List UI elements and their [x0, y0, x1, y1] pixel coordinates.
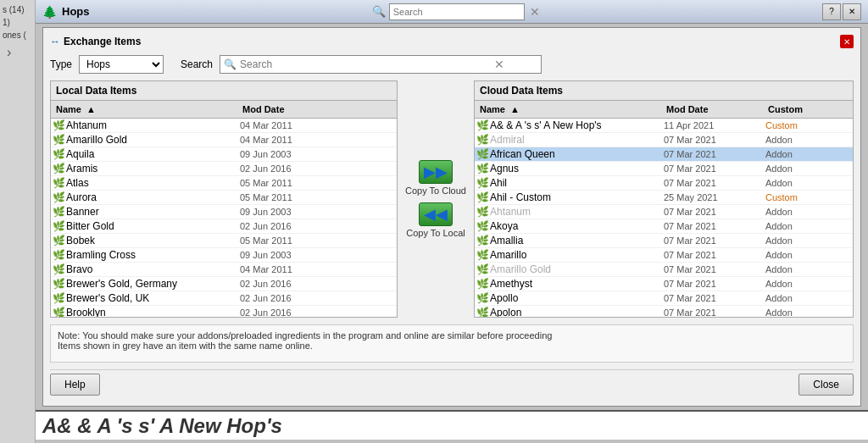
main-area: Local Data Items Name ▲ Mod Date 🌿 Ahtan… — [50, 80, 854, 318]
item-name: Amethyst — [490, 278, 664, 290]
table-row[interactable]: 🌿 Amarillo Gold 04 Mar 2011 — [51, 133, 397, 147]
cloud-list-header: Name ▲ Mod Date Custom — [475, 101, 853, 119]
window-close-button[interactable]: ✕ — [843, 3, 861, 20]
item-name: A& & A 's s' A New Hop's — [490, 119, 664, 131]
dialog-close-button[interactable]: ✕ — [840, 35, 854, 48]
item-date: 07 Mar 2021 — [664, 279, 765, 289]
title-search-clear[interactable]: ✕ — [530, 5, 540, 19]
cloud-list-scroll[interactable]: 🌿 A& & A 's s' A New Hop's 11 Apr 2021 C… — [475, 119, 853, 317]
item-name: Aquila — [66, 148, 240, 160]
item-date: 09 Jun 2003 — [240, 250, 342, 260]
hop-icon: 🌿 — [51, 278, 66, 290]
item-name: Admiral — [490, 134, 664, 146]
local-name-header[interactable]: Name ▲ — [51, 102, 237, 116]
table-row[interactable]: 🌿 Banner 09 Jun 2003 — [51, 205, 397, 219]
table-row[interactable]: 🌿 Brooklyn 02 Jun 2016 — [51, 306, 397, 317]
table-row[interactable]: 🌿 Ahil 07 Mar 2021 Addon — [475, 176, 853, 191]
hop-icon: 🌿 — [475, 263, 490, 275]
hop-icon: 🌿 — [475, 307, 490, 317]
help-button[interactable]: Help — [50, 374, 100, 396]
table-row[interactable]: 🌿 Atlas 05 Mar 2011 — [51, 176, 397, 191]
sidebar-item-1[interactable]: s (14) — [0, 3, 35, 16]
table-row[interactable]: 🌿 Ahtanum 04 Mar 2011 — [51, 119, 397, 133]
ticker-text: A& & A 's s' A New Hop's — [42, 414, 282, 438]
title-bar: 🌲 Hops 🔍 ✕ ? ✕ — [36, 0, 868, 24]
hop-icon: 🌿 — [51, 177, 66, 189]
cloud-name-header[interactable]: Name ▲ — [475, 102, 661, 116]
table-row[interactable]: 🌿 Ahil - Custom 25 May 2021 Custom — [475, 191, 853, 205]
copy-to-local-arrow[interactable]: ◀◀ — [419, 202, 453, 226]
hop-icon: 🌿 — [51, 134, 66, 146]
item-custom: Addon — [765, 264, 833, 274]
sidebar-item-2[interactable]: 1) — [0, 16, 35, 29]
table-row[interactable]: 🌿 Akoya 07 Mar 2021 Addon — [475, 219, 853, 234]
table-row[interactable]: 🌿 Aurora 05 Mar 2011 — [51, 191, 397, 205]
item-date: 11 Apr 2021 — [664, 120, 765, 130]
table-row[interactable]: 🌿 Aquila 09 Jun 2003 — [51, 147, 397, 162]
copy-to-cloud-group[interactable]: ▶▶ Copy To Cloud — [405, 160, 466, 196]
cloud-date-header[interactable]: Mod Date — [661, 102, 763, 116]
local-list-scroll[interactable]: 🌿 Ahtanum 04 Mar 2011 🌿 Amarillo Gold 04… — [51, 119, 397, 317]
hop-icon: 🌿 — [475, 134, 490, 146]
table-row[interactable]: 🌿 Bramling Cross 09 Jun 2003 — [51, 248, 397, 263]
table-row[interactable]: 🌿 Amallia 07 Mar 2021 Addon — [475, 234, 853, 248]
dialog-title: ↔ Exchange Items — [50, 36, 141, 47]
table-row[interactable]: 🌿 Brewer's Gold, Germany 02 Jun 2016 — [51, 277, 397, 291]
table-row[interactable]: 🌿 Admiral 07 Mar 2021 Addon — [475, 133, 853, 147]
item-custom: Addon — [765, 250, 833, 260]
local-date-header[interactable]: Mod Date — [237, 102, 339, 116]
hop-icon: 🌿 — [475, 220, 490, 232]
table-row[interactable]: 🌿 Apolon 07 Mar 2021 Addon — [475, 306, 853, 317]
item-name: Ahil - Custom — [490, 191, 664, 203]
search-input[interactable] — [240, 58, 494, 70]
copy-to-cloud-arrow[interactable]: ▶▶ — [419, 160, 453, 184]
dialog-title-text: Exchange Items — [64, 36, 141, 47]
hop-icon: 🌿 — [51, 191, 66, 203]
cloud-name-sort-arrow: ▲ — [510, 104, 520, 114]
table-row[interactable]: 🌿 Agnus 07 Mar 2021 Addon — [475, 162, 853, 176]
cloud-panel-header: Cloud Data Items — [475, 81, 853, 101]
item-date: 07 Mar 2021 — [664, 250, 765, 260]
type-select[interactable]: Hops Yeast Fermentables Misc — [79, 55, 164, 74]
table-row[interactable]: 🌿 Amethyst 07 Mar 2021 Addon — [475, 277, 853, 291]
item-name: Ahtanum — [66, 119, 240, 131]
exchange-items-dialog: ↔ Exchange Items ✕ Type Hops Yeast Ferme… — [42, 27, 861, 407]
item-date: 05 Mar 2011 — [240, 235, 342, 246]
item-date: 09 Jun 2003 — [240, 149, 342, 159]
copy-to-local-group[interactable]: ◀◀ Copy To Local — [406, 202, 465, 238]
window-help-button[interactable]: ? — [822, 3, 841, 20]
title-search-icon: 🔍 — [372, 5, 386, 18]
item-custom: Addon — [765, 149, 833, 159]
title-search-input[interactable] — [389, 3, 525, 20]
sidebar-item-3[interactable]: ones ( — [0, 29, 35, 42]
close-button[interactable]: Close — [798, 374, 854, 396]
table-row[interactable]: 🌿 Brewer's Gold, UK 02 Jun 2016 — [51, 291, 397, 306]
notes-area: Note: You should make sure your addons/p… — [50, 324, 854, 363]
table-row[interactable]: 🌿 A& & A 's s' A New Hop's 11 Apr 2021 C… — [475, 119, 853, 133]
hop-icon: 🌿 — [475, 278, 490, 290]
bottom-row: Help Close — [50, 369, 854, 399]
item-date: 07 Mar 2021 — [664, 207, 765, 217]
item-name: Agnus — [490, 163, 664, 174]
table-row[interactable]: 🌿 Bitter Gold 02 Jun 2016 — [51, 219, 397, 234]
item-date: 05 Mar 2011 — [240, 192, 342, 202]
hop-icon: 🌿 — [475, 163, 490, 174]
table-row[interactable]: 🌿 African Queen 07 Mar 2021 Addon — [475, 147, 853, 162]
table-row[interactable]: 🌿 Bravo 04 Mar 2011 — [51, 263, 397, 277]
table-row[interactable]: 🌿 Apollo 07 Mar 2021 Addon — [475, 291, 853, 306]
table-row[interactable]: 🌿 Bobek 05 Mar 2011 — [51, 234, 397, 248]
item-custom: Custom — [765, 120, 833, 130]
item-date: 07 Mar 2021 — [664, 307, 765, 317]
sidebar-expand-icon[interactable]: › — [0, 42, 35, 64]
table-row[interactable]: 🌿 Aramis 02 Jun 2016 — [51, 162, 397, 176]
item-name: Apolon — [490, 307, 664, 317]
item-name: Bravo — [66, 263, 240, 275]
cloud-custom-header[interactable]: Custom — [763, 102, 831, 116]
table-row[interactable]: 🌿 Amarillo Gold 07 Mar 2021 Addon — [475, 263, 853, 277]
search-clear-icon[interactable]: ✕ — [494, 58, 504, 71]
item-date: 02 Jun 2016 — [240, 307, 342, 317]
table-row[interactable]: 🌿 Ahtanum 07 Mar 2021 Addon — [475, 205, 853, 219]
hop-icon: 🌿 — [475, 119, 490, 131]
item-name: Amarillo — [490, 249, 664, 261]
table-row[interactable]: 🌿 Amarillo 07 Mar 2021 Addon — [475, 248, 853, 263]
